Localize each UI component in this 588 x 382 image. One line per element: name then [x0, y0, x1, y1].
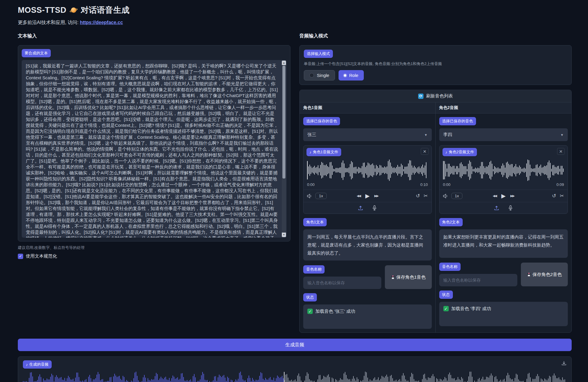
audio-mode-section-title: 音频输入模式 — [299, 33, 572, 39]
close-icon[interactable]: × — [421, 148, 428, 155]
role2-text-input[interactable]: 如果大家想听到更丰富更及时的直播内容，记得在周一到周五准时进入直播间，和大家一起… — [439, 229, 568, 258]
role2-voice-dropdown[interactable]: 李四 ▼ — [439, 128, 568, 141]
generate-audio-button[interactable]: 生成音频 — [18, 339, 572, 351]
music-note-icon: ♪ — [309, 150, 312, 154]
role2-time-end: 0:09 — [557, 182, 564, 187]
skip-back-icon[interactable]: ◀◀ — [357, 194, 361, 198]
role2-audio-file-label: ♪ 角色2音频文件 — [442, 148, 477, 156]
role2-time-start: 0:00 — [443, 182, 451, 187]
trim-icon[interactable]: ✂ — [560, 193, 564, 199]
role1-voice-select-label: 选择已保存的音色 — [303, 117, 340, 125]
roles-panel: ⟳ 刷新音色列表 角色1音频 选择已保存的音色 张三 ▼ — [299, 90, 572, 333]
radio-single-dot-icon — [309, 73, 314, 78]
radio-role[interactable]: Role — [339, 70, 364, 80]
promo-line: 更多前沿AI技术和应用, 访问: https://deepface.cc — [18, 20, 572, 26]
role1-status-label: 状态 — [303, 293, 317, 302]
refresh-icon: ⟳ — [418, 94, 423, 99]
trim-icon[interactable]: ✂ — [423, 193, 428, 199]
generated-audio-panel: ♪ 生成的音频 ◀ ▶ 0:45 5:34 1x ◀ — [18, 356, 572, 382]
play-icon[interactable]: ▶ — [365, 192, 370, 199]
role2-voice-select-label: 选择已保存的音色 — [439, 117, 476, 125]
app-title: MOSS-TTSD — [18, 6, 67, 15]
playhead-cursor — [284, 372, 284, 382]
role1-voice-selected: 张三 — [307, 132, 316, 138]
input-mode-panel: 选择输入模式 单音频:上传一个包含[S1][S2]文本的音频, 角色音频:分别为… — [299, 45, 572, 85]
role1-audio-file-label: ♪ 角色1音频文件 — [306, 148, 341, 156]
radio-role-label: Role — [349, 73, 358, 78]
text-input-section-title: 文本输入 — [18, 33, 290, 39]
app-page: MOSS-TTSD 对话语音生成 更多前沿AI技术和应用, 访问: https:… — [0, 0, 588, 382]
role2-status-text: 加载音色 '李四' 成功 — [451, 306, 491, 312]
input-mode-label: 选择输入模式 — [304, 50, 333, 58]
refresh-voices-button[interactable]: ⟳ 刷新音色列表 — [300, 90, 571, 102]
role2-voice-selected: 李四 — [443, 132, 452, 138]
role1-text-label: 角色1文本 — [303, 218, 327, 226]
scroll-thumb[interactable] — [282, 66, 285, 179]
promo-text: 更多前沿AI技术和应用, 访问: — [18, 20, 80, 25]
normalize-checkbox[interactable]: ✓ — [18, 254, 23, 259]
text-input-panel: 要合成的文本 [S1]诶，我最近看了一篇讲人工智能的文章，还挺有意思的，想跟你聊… — [18, 45, 290, 241]
chevron-down-icon: ▼ — [560, 133, 564, 137]
music-note-icon: ♪ — [26, 362, 28, 367]
role1-voice-name-label: 音色名称 — [303, 265, 325, 274]
play-icon[interactable]: ▶ — [501, 192, 506, 199]
role2-column-title: 角色2音频 — [436, 102, 572, 113]
role1-audio-card: ♪ 角色1音频文件 × 0:00 0:1 — [303, 145, 432, 214]
skip-back-icon[interactable]: ◀◀ — [493, 194, 497, 198]
synthesis-text-label: 要合成的文本 — [22, 49, 51, 57]
role1-status-text: 加载音色 '张三' 成功 — [315, 309, 355, 314]
skip-forward-icon[interactable]: ▶▶ — [374, 194, 378, 198]
normalize-checkbox-row[interactable]: ✓ 使用文本规范化 — [18, 253, 290, 259]
role2-voice-name-input[interactable] — [439, 274, 518, 286]
volume-icon[interactable] — [443, 194, 448, 198]
synthesis-text-input[interactable]: [S1]诶，我最近看了一篇讲人工智能的文章，还挺有意思的，想跟你聊聊。[S2]哦… — [22, 60, 287, 238]
role1-time-end: 0:10 — [420, 182, 428, 187]
microphone-icon[interactable] — [372, 205, 377, 211]
success-check-icon: ✓ — [307, 309, 313, 314]
role2-save-voice-button[interactable]: 保存角色2音色 — [521, 263, 568, 286]
scroll-down-icon[interactable]: ▼ — [282, 233, 286, 237]
radio-single[interactable]: Single — [304, 70, 335, 80]
role1-save-voice-button[interactable]: 保存角色1音色 — [385, 265, 432, 289]
success-check-icon: ✓ — [443, 306, 449, 311]
role2-text-label: 角色2文本 — [439, 218, 463, 226]
normalize-hint: 建议启用,改善数字、标点符号等的处理 — [18, 245, 290, 250]
role1-column-title: 角色1音频 — [300, 102, 435, 113]
promo-link[interactable]: https://deepface.cc — [80, 20, 123, 25]
role1-waveform[interactable] — [307, 159, 428, 182]
scroll-up-icon[interactable]: ▲ — [282, 61, 286, 65]
undo-icon[interactable]: ↺ — [552, 193, 556, 199]
undo-icon[interactable]: ↺ — [416, 193, 420, 199]
radio-role-dot-icon — [344, 74, 346, 77]
role2-waveform[interactable] — [443, 159, 564, 182]
volume-icon[interactable] — [307, 194, 312, 198]
radio-single-label: Single — [317, 73, 329, 78]
role1-text-input[interactable]: 周一到周五，每天早晨七点半到九点半的直播片段。言下之意呢，就是废话有点多，大家也… — [303, 229, 432, 261]
role1-voice-name-input[interactable] — [303, 277, 381, 289]
planet-emoji-icon — [70, 7, 77, 14]
upload-icon[interactable] — [358, 205, 363, 211]
role2-status-label: 状态 — [439, 291, 453, 299]
role1-voice-dropdown[interactable]: 张三 ▼ — [303, 128, 432, 141]
role1-status-box: ✓ 加载音色 '张三' 成功 — [303, 304, 432, 329]
chevron-down-icon: ▼ — [424, 133, 428, 137]
close-icon[interactable]: × — [557, 148, 565, 155]
input-mode-description: 单音频:上传一个包含[S1][S2]文本的音频, 角色音频:分别为角色1和角色2… — [304, 61, 567, 67]
generated-audio-label: ♪ 生成的音频 — [23, 360, 52, 369]
normalize-label: 使用文本规范化 — [26, 253, 57, 259]
role2-voice-name-label: 音色名称 — [439, 263, 461, 271]
text-scrollbar[interactable]: ▲ ▼ — [282, 61, 286, 237]
skip-forward-icon[interactable]: ▶▶ — [510, 194, 514, 198]
refresh-voices-label: 刷新音色列表 — [426, 93, 453, 99]
speed-button[interactable]: 1x — [315, 193, 327, 199]
speed-button[interactable]: 1x — [451, 193, 463, 199]
upload-icon[interactable] — [494, 205, 499, 211]
role2-column: 角色2音频 选择已保存的音色 李四 ▼ ♪ — [436, 102, 572, 332]
download-icon[interactable] — [561, 360, 567, 366]
role2-audio-card: ♪ 角色2音频文件 × 0:00 0:0 — [439, 145, 568, 214]
microphone-icon[interactable] — [508, 205, 513, 211]
role1-time-start: 0:00 — [307, 182, 314, 187]
playhead-cursor — [443, 161, 444, 179]
generated-waveform[interactable] — [23, 370, 567, 382]
music-note-icon: ♪ — [445, 150, 448, 154]
